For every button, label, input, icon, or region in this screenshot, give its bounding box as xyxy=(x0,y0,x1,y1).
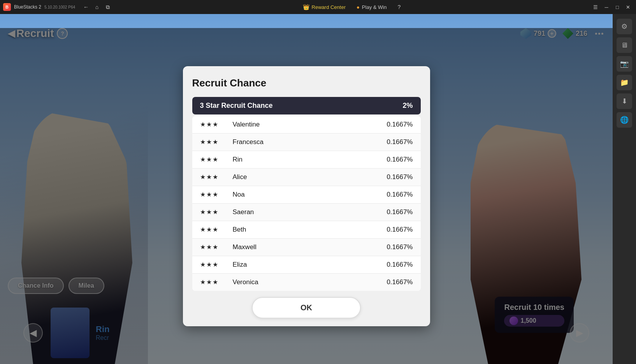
char-stars: ★★★ xyxy=(200,156,227,163)
game-area: ◀ Recruit ? 791 + 216 Chance Info Mi xyxy=(0,14,613,364)
app-name: BlueStacks 2 xyxy=(14,4,41,10)
star-icon: ★ xyxy=(200,173,206,181)
maximize-button[interactable]: □ xyxy=(613,2,622,12)
char-chance-value: 0.1667% xyxy=(387,173,413,181)
star-icon: ★ xyxy=(200,226,206,233)
char-chance-value: 0.1667% xyxy=(387,121,413,128)
reward-center-button[interactable]: 👑 Reward Center xyxy=(300,2,349,12)
star-icon: ★ xyxy=(200,278,206,286)
char-list-row: ★★★Beth0.1667% xyxy=(192,221,421,239)
char-chance-value: 0.1667% xyxy=(387,226,413,234)
title-bar-right: ☰ ─ □ ✕ xyxy=(591,2,633,12)
title-bar-nav: ← ⌂ ⧉ xyxy=(81,2,112,12)
char-chance-value: 0.1667% xyxy=(387,278,413,286)
char-name-label: Rin xyxy=(233,156,387,164)
star-icon: ★ xyxy=(213,138,218,146)
chance-header-row: 3 Star Recruit Chance 2% xyxy=(192,97,421,114)
char-list-row: ★★★Alice0.1667% xyxy=(192,169,421,186)
star-icon: ★ xyxy=(200,243,206,251)
char-name-label: Maxwell xyxy=(233,243,387,251)
char-chance-value: 0.1667% xyxy=(387,208,413,216)
star-icon: ★ xyxy=(206,121,212,128)
char-chance-value: 0.1667% xyxy=(387,261,413,269)
star-icon: ★ xyxy=(200,191,206,198)
star-icon: ★ xyxy=(206,191,212,198)
star-icon: ★ xyxy=(213,191,218,198)
sidebar-display-icon[interactable]: 🖥 xyxy=(617,37,632,53)
sidebar-download-icon[interactable]: ⬇ xyxy=(617,93,632,109)
char-stars: ★★★ xyxy=(200,173,227,181)
play-win-button[interactable]: ● Play & Win xyxy=(353,3,390,12)
title-bar: B BlueStacks 2 5.10.20.1002 P64 ← ⌂ ⧉ 👑 … xyxy=(0,0,636,14)
char-stars: ★★★ xyxy=(200,226,227,233)
star-icon: ★ xyxy=(206,138,212,146)
right-sidebar: ⚙ 🖥 📷 📁 ⬇ 🌐 xyxy=(613,14,636,364)
tabs-nav-button[interactable]: ⧉ xyxy=(103,2,112,12)
help-button[interactable]: ? xyxy=(394,2,404,12)
chance-header-value: 2% xyxy=(402,102,413,110)
star-icon: ★ xyxy=(200,156,206,163)
char-name-label: Valentine xyxy=(233,121,387,128)
star-icon: ★ xyxy=(206,156,212,163)
recruit-chance-modal: Recruit Chance 3 Star Recruit Chance 2% … xyxy=(183,66,430,326)
title-bar-center: 👑 Reward Center ● Play & Win ? xyxy=(300,2,404,12)
star-icon: ★ xyxy=(213,261,218,268)
char-name-label: Noa xyxy=(233,191,387,199)
star-icon: ★ xyxy=(200,121,206,128)
star-icon: ★ xyxy=(200,138,206,146)
star-icon: ★ xyxy=(206,243,212,251)
char-list-row: ★★★Veronica0.1667% xyxy=(192,274,421,291)
char-list-row: ★★★Francesca0.1667% xyxy=(192,134,421,151)
char-stars: ★★★ xyxy=(200,138,227,146)
char-name-label: Saeran xyxy=(233,208,387,216)
chance-header-label: 3 Star Recruit Chance xyxy=(200,102,273,110)
star-icon: ★ xyxy=(213,243,218,251)
char-chance-value: 0.1667% xyxy=(387,243,413,251)
char-stars: ★★★ xyxy=(200,261,227,268)
star-icon: ★ xyxy=(213,121,218,128)
char-chance-value: 0.1667% xyxy=(387,156,413,164)
app-version: 5.10.20.1002 P64 xyxy=(44,5,75,9)
sidebar-web-icon[interactable]: 🌐 xyxy=(617,112,632,128)
star-icon: ★ xyxy=(200,208,206,216)
title-bar-left: B BlueStacks 2 5.10.20.1002 P64 ← ⌂ ⧉ xyxy=(3,2,112,12)
sidebar-camera-icon[interactable]: 📷 xyxy=(617,56,632,72)
char-stars: ★★★ xyxy=(200,278,227,286)
app-logo: B xyxy=(3,3,11,11)
char-list-row: ★★★Eliza0.1667% xyxy=(192,256,421,274)
star-icon: ★ xyxy=(206,173,212,181)
star-icon: ★ xyxy=(213,208,218,216)
char-list-row: ★★★Rin0.1667% xyxy=(192,151,421,169)
char-name-label: Alice xyxy=(233,173,387,181)
play-win-icon: ● xyxy=(357,4,360,10)
star-icon: ★ xyxy=(213,278,218,286)
char-stars: ★★★ xyxy=(200,243,227,251)
ok-button[interactable]: OK xyxy=(252,297,361,318)
star-icon: ★ xyxy=(213,173,218,181)
modal-overlay: Recruit Chance 3 Star Recruit Chance 2% … xyxy=(0,28,613,364)
star-icon: ★ xyxy=(206,226,212,233)
star-icon: ★ xyxy=(206,261,212,268)
sidebar-folder-icon[interactable]: 📁 xyxy=(617,75,632,90)
star-icon: ★ xyxy=(206,208,212,216)
char-name-label: Veronica xyxy=(233,278,387,286)
minimize-button[interactable]: ─ xyxy=(602,2,611,12)
star-icon: ★ xyxy=(200,261,206,268)
char-name-label: Francesca xyxy=(233,138,387,146)
char-chance-value: 0.1667% xyxy=(387,138,413,146)
char-stars: ★★★ xyxy=(200,191,227,198)
crown-icon: 👑 xyxy=(303,4,309,10)
star-icon: ★ xyxy=(213,156,218,163)
home-nav-button[interactable]: ⌂ xyxy=(92,2,102,12)
sidebar-settings-icon[interactable]: ⚙ xyxy=(617,19,632,34)
char-stars: ★★★ xyxy=(200,121,227,128)
char-list-row: ★★★Maxwell0.1667% xyxy=(192,239,421,256)
back-nav-button[interactable]: ← xyxy=(81,2,91,12)
close-button[interactable]: ✕ xyxy=(624,2,633,12)
menu-button[interactable]: ☰ xyxy=(591,2,600,12)
char-name-label: Beth xyxy=(233,226,387,234)
modal-title: Recruit Chance xyxy=(192,77,421,89)
char-stars: ★★★ xyxy=(200,208,227,216)
char-list-row: ★★★Valentine0.1667% xyxy=(192,116,421,134)
character-list[interactable]: ★★★Valentine0.1667%★★★Francesca0.1667%★★… xyxy=(192,116,421,291)
